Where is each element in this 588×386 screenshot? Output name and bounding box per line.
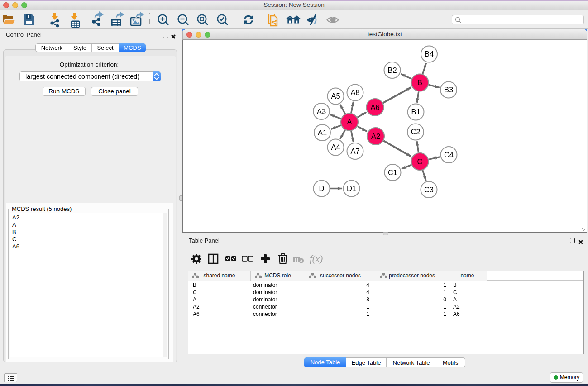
svg-text:C1: C1 <box>388 168 397 176</box>
svg-text:A8: A8 <box>350 88 359 96</box>
svg-text:C: C <box>417 157 423 166</box>
svg-text:D1: D1 <box>347 184 356 192</box>
svg-text:B: B <box>417 78 422 86</box>
svg-text:A4: A4 <box>331 143 340 151</box>
svg-text:A2: A2 <box>371 132 380 140</box>
svg-text:A: A <box>347 118 352 126</box>
svg-text:A3: A3 <box>317 107 326 115</box>
svg-text:B3: B3 <box>444 86 453 94</box>
svg-text:A5: A5 <box>331 92 340 100</box>
svg-text:B2: B2 <box>387 66 397 74</box>
svg-text:B1: B1 <box>411 108 420 116</box>
svg-text:C4: C4 <box>444 151 454 159</box>
svg-text:A6: A6 <box>370 103 379 111</box>
svg-text:A7: A7 <box>350 147 359 155</box>
svg-text:B4: B4 <box>425 50 434 58</box>
svg-text:C2: C2 <box>411 128 420 136</box>
svg-text:C3: C3 <box>424 186 434 194</box>
svg-text:D: D <box>319 184 325 192</box>
svg-text:A1: A1 <box>318 129 327 137</box>
